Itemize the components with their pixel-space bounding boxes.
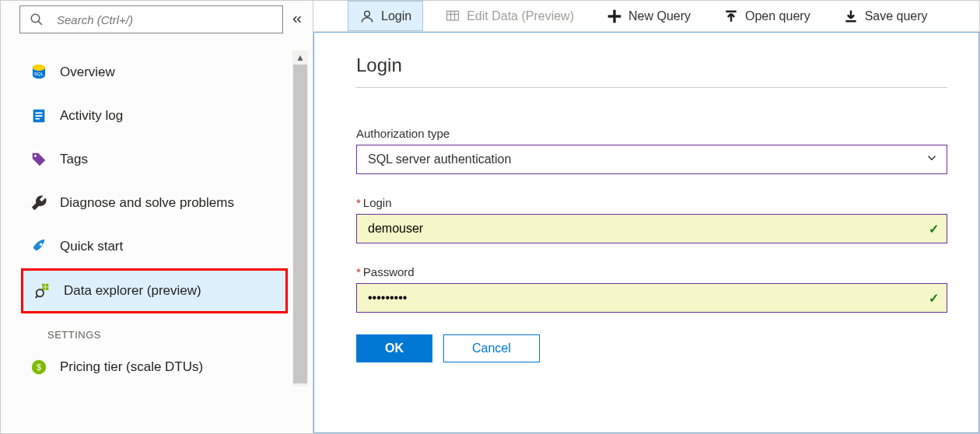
pricing-icon: $: [29, 357, 49, 377]
cancel-button[interactable]: Cancel: [443, 334, 540, 362]
password-field[interactable]: ✓: [356, 283, 947, 313]
sidebar-item-label: Activity log: [60, 108, 123, 124]
checkmark-icon: ✓: [929, 222, 939, 236]
login-input[interactable]: [368, 222, 912, 236]
sidebar-item-quickstart[interactable]: Quick start: [19, 225, 282, 268]
password-input[interactable]: [368, 291, 912, 305]
svg-rect-14: [46, 287, 49, 290]
svg-line-1: [39, 21, 43, 25]
svg-text:SQL: SQL: [34, 72, 44, 76]
svg-point-9: [34, 155, 37, 157]
sidebar-scrollbar[interactable]: ▲: [292, 51, 308, 387]
plus-icon: [607, 9, 622, 24]
tab-edit-data: Edit Data (Preview): [434, 1, 585, 31]
svg-point-3: [33, 65, 45, 71]
person-icon: [359, 9, 375, 24]
table-edit-icon: [445, 9, 460, 24]
button-label: New Query: [628, 9, 691, 23]
ok-button[interactable]: OK: [356, 334, 432, 362]
save-query-button[interactable]: Save query: [832, 1, 939, 31]
svg-point-0: [32, 14, 40, 23]
collapse-sidebar-button[interactable]: [283, 12, 311, 26]
tag-icon: [29, 149, 49, 170]
select-value: SQL server authentication: [368, 152, 511, 166]
sidebar-item-overview[interactable]: SQL Overview: [19, 51, 282, 94]
sidebar-item-label: Tags: [60, 152, 88, 167]
button-label: Open query: [745, 9, 810, 23]
auth-type-label: Authorization type: [356, 127, 947, 140]
chevron-down-icon: [925, 151, 939, 168]
toolbar: Login Edit Data (Preview) New Query Open…: [313, 1, 979, 32]
login-label: *Login: [356, 196, 947, 209]
open-query-button[interactable]: Open query: [712, 1, 821, 31]
log-icon: [29, 106, 49, 126]
settings-heading: SETTINGS: [19, 313, 282, 345]
sidebar-item-label: Diagnose and solve problems: [60, 195, 234, 211]
password-label: *Password: [356, 265, 947, 278]
scroll-up-icon[interactable]: ▲: [292, 51, 308, 65]
tab-login[interactable]: Login: [348, 1, 423, 31]
svg-point-19: [365, 11, 370, 16]
sidebar-item-pricing-tier[interactable]: $ Pricing tier (scale DTUs): [19, 345, 282, 389]
search-box[interactable]: [19, 5, 283, 33]
tab-label: Edit Data (Preview): [467, 9, 574, 23]
svg-rect-12: [46, 284, 49, 287]
svg-rect-27: [845, 20, 856, 23]
main-panel: Login Edit Data (Preview) New Query Open…: [313, 1, 979, 433]
scrollbar-thumb[interactable]: [293, 65, 307, 383]
checkmark-icon: ✓: [929, 291, 939, 306]
new-query-button[interactable]: New Query: [596, 1, 702, 31]
sidebar-item-label: Data explorer (preview): [64, 283, 201, 299]
open-icon: [723, 9, 739, 24]
sidebar-item-label: Quick start: [60, 239, 123, 254]
data-explorer-icon: [33, 281, 53, 301]
required-star-icon: *: [356, 265, 361, 278]
svg-rect-11: [42, 284, 45, 287]
sidebar-item-diagnose[interactable]: Diagnose and solve problems: [19, 181, 282, 225]
search-icon: [28, 9, 46, 30]
sidebar: SQL Overview Activity log Tags: [1, 1, 313, 433]
login-field[interactable]: ✓: [356, 214, 947, 243]
svg-line-16: [36, 296, 38, 299]
login-panel: Login Authorization type SQL server auth…: [314, 33, 978, 378]
sql-db-icon: SQL: [29, 62, 49, 82]
required-star-icon: *: [356, 196, 361, 209]
svg-rect-7: [35, 115, 42, 117]
save-icon: [843, 9, 859, 24]
wrench-icon: [29, 193, 49, 213]
svg-rect-26: [726, 10, 736, 12]
auth-type-select[interactable]: SQL server authentication: [356, 145, 947, 174]
search-input[interactable]: [57, 13, 275, 26]
svg-text:$: $: [37, 362, 41, 372]
svg-point-10: [40, 243, 43, 246]
svg-rect-8: [35, 118, 40, 120]
button-label: Save query: [865, 9, 928, 23]
panel-title: Login: [356, 54, 947, 88]
sidebar-item-activity-log[interactable]: Activity log: [19, 94, 282, 138]
sidebar-item-tags[interactable]: Tags: [19, 138, 282, 181]
sidebar-item-data-explorer[interactable]: Data explorer (preview): [21, 268, 288, 313]
svg-rect-25: [608, 15, 621, 17]
svg-rect-20: [447, 11, 459, 20]
tab-label: Login: [381, 9, 411, 23]
rocket-icon: [29, 236, 49, 257]
sidebar-item-label: Pricing tier (scale DTUs): [60, 359, 203, 375]
sidebar-item-label: Overview: [60, 65, 115, 80]
svg-rect-6: [35, 112, 42, 114]
